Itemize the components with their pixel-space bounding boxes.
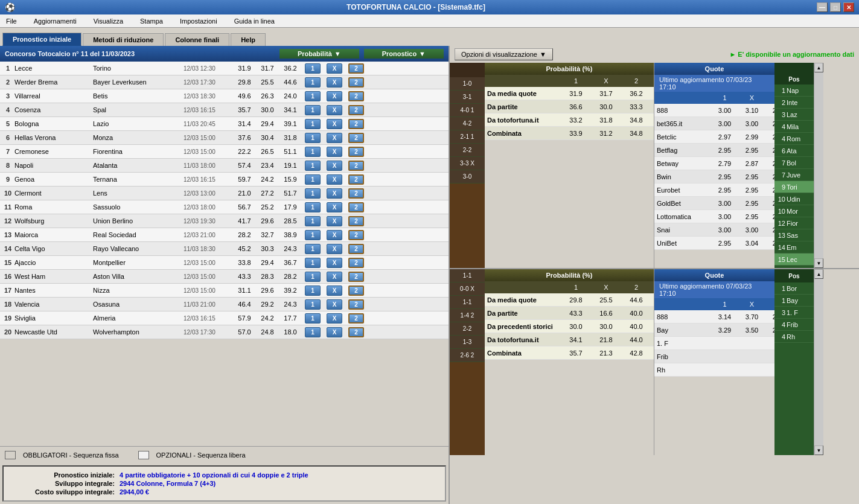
btn-x[interactable]: X (327, 174, 342, 185)
match-away: Almeria (93, 314, 184, 322)
btn-2[interactable]: 2 (348, 133, 364, 143)
match-home: Lecce (14, 65, 93, 72)
btn-x[interactable]: X (327, 119, 342, 129)
match-btnx-cell: X (324, 133, 345, 143)
btn-2[interactable]: 2 (348, 272, 364, 282)
btn-2[interactable]: 2 (348, 258, 364, 268)
match-home: Roma (14, 203, 93, 211)
btn-x[interactable]: X (327, 202, 342, 212)
pos-name: Mila (787, 123, 811, 130)
btn-x[interactable]: X (327, 188, 342, 199)
btn-2[interactable]: 2 (348, 188, 364, 199)
btn-1[interactable]: 1 (305, 202, 321, 212)
scroll-down-1[interactable]: ▼ (814, 258, 823, 268)
btn-2[interactable]: 2 (348, 313, 364, 324)
tab-pronostico-iniziale[interactable]: Pronostico iniziale (2, 33, 81, 46)
pos-item: 9Tori (774, 181, 814, 193)
btn-2[interactable]: 2 (348, 147, 364, 157)
btn-2[interactable]: 2 (348, 285, 364, 296)
btn-2[interactable]: 2 (348, 174, 364, 185)
menu-file[interactable]: File (2, 16, 21, 26)
tab-colonne-finali[interactable]: Colonne finali (165, 33, 229, 46)
bookmaker-name: 888 (657, 313, 711, 321)
scrollbar-2[interactable]: ▲ ▼ (814, 269, 823, 455)
pos-item: 7Bol (774, 157, 814, 169)
match-p2: 39.2 (279, 287, 302, 294)
prob-label: Da media quote (487, 296, 561, 304)
btn-x[interactable]: X (327, 244, 342, 254)
prob-row: Da media quote29.825.544.6 (485, 293, 654, 307)
btn-2[interactable]: 2 (348, 299, 364, 310)
btn-x[interactable]: X (327, 77, 342, 88)
menu-impostazioni[interactable]: Impostazioni (176, 16, 221, 26)
btn-x[interactable]: X (327, 63, 342, 74)
btn-2[interactable]: 2 (348, 105, 364, 115)
menu-guida[interactable]: Guida in linea (231, 16, 278, 26)
match-px: 25.2 (256, 203, 279, 211)
btn-x[interactable]: X (327, 133, 342, 143)
btn-x[interactable]: X (327, 272, 342, 282)
viz-options-button[interactable]: Opzioni di visualizzazione ▼ (455, 48, 553, 60)
btn-2[interactable]: 2 (348, 202, 364, 212)
match-home: Bologna (14, 120, 93, 127)
btn-1[interactable]: 1 (305, 327, 321, 337)
minimize-button[interactable]: — (817, 2, 828, 12)
btn-1[interactable]: 1 (305, 285, 321, 296)
scrollbar-1[interactable]: ▲ ▼ (814, 63, 823, 268)
btn-2[interactable]: 2 (348, 216, 364, 226)
match-row: 10 Clermont Lens 12/03 13:00 21.0 27.2 5… (0, 187, 449, 200)
btn-2[interactable]: 2 (348, 91, 364, 101)
match-px: 30.4 (256, 134, 279, 141)
quote-x: 2.95 (738, 213, 765, 220)
btn-x[interactable]: X (327, 313, 342, 324)
btn-2[interactable]: 2 (348, 119, 364, 129)
btn-1[interactable]: 1 (305, 174, 321, 185)
close-button[interactable]: ✕ (843, 2, 854, 12)
btn-1[interactable]: 1 (305, 299, 321, 310)
btn-2[interactable]: 2 (348, 161, 364, 171)
maximize-button[interactable]: □ (830, 2, 841, 12)
tab-help[interactable]: Help (231, 33, 266, 46)
btn-1[interactable]: 1 (305, 258, 321, 268)
btn-1[interactable]: 1 (305, 105, 321, 115)
btn-1[interactable]: 1 (305, 313, 321, 324)
btn-x[interactable]: X (327, 91, 342, 101)
match-date: 12/03 16:15 (184, 315, 233, 322)
match-btnx-cell: X (324, 174, 345, 185)
btn-2[interactable]: 2 (348, 244, 364, 254)
btn-1[interactable]: 1 (305, 147, 321, 157)
menu-visualizza[interactable]: Visualizza (90, 16, 127, 26)
menu-stampa[interactable]: Stampa (136, 16, 167, 26)
scroll-down-2[interactable]: ▼ (814, 445, 823, 455)
btn-x[interactable]: X (327, 161, 342, 171)
btn-1[interactable]: 1 (305, 244, 321, 254)
btn-1[interactable]: 1 (305, 91, 321, 101)
scroll-up-2[interactable]: ▲ (814, 269, 823, 279)
btn-x[interactable]: X (327, 285, 342, 296)
btn-1[interactable]: 1 (305, 188, 321, 199)
btn-x[interactable]: X (327, 105, 342, 115)
btn-2[interactable]: 2 (348, 327, 364, 337)
btn-1[interactable]: 1 (305, 77, 321, 88)
btn-x[interactable]: X (327, 230, 342, 240)
btn-x[interactable]: X (327, 258, 342, 268)
btn-2[interactable]: 2 (348, 230, 364, 240)
prob-p1: 31.9 (561, 90, 591, 97)
btn-1[interactable]: 1 (305, 133, 321, 143)
match-home: Nantes (14, 287, 93, 294)
btn-1[interactable]: 1 (305, 63, 321, 74)
btn-1[interactable]: 1 (305, 230, 321, 240)
btn-1[interactable]: 1 (305, 272, 321, 282)
btn-x[interactable]: X (327, 327, 342, 337)
btn-1[interactable]: 1 (305, 119, 321, 129)
btn-x[interactable]: X (327, 216, 342, 226)
btn-1[interactable]: 1 (305, 216, 321, 226)
btn-2[interactable]: 2 (348, 77, 364, 88)
btn-x[interactable]: X (327, 299, 342, 310)
scroll-up-1[interactable]: ▲ (814, 63, 823, 72)
btn-x[interactable]: X (327, 147, 342, 157)
btn-1[interactable]: 1 (305, 161, 321, 171)
btn-2[interactable]: 2 (348, 63, 364, 74)
menu-aggiornamenti[interactable]: Aggiornamenti (30, 16, 80, 26)
tab-metodi-riduzione[interactable]: Metodi di riduzione (83, 33, 164, 46)
